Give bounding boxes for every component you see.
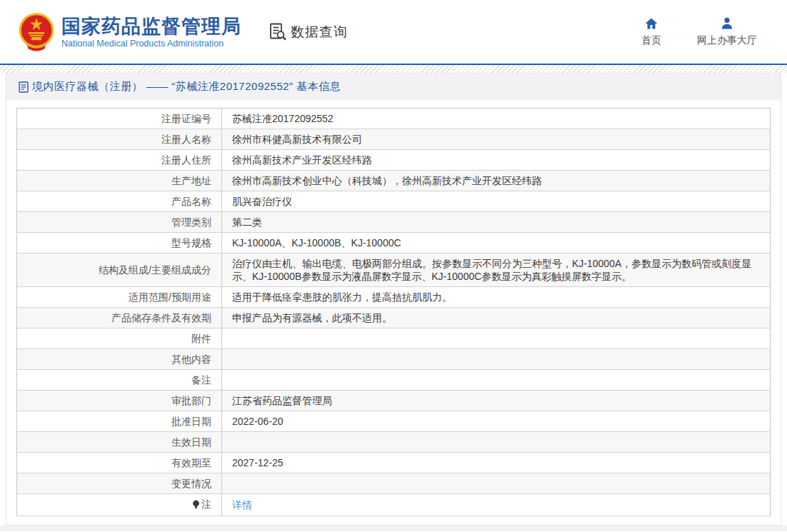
row-label-cell: 注册证编号 — [17, 109, 222, 129]
row-label: 型号规格 — [171, 237, 211, 249]
table-row: 生产地址 徐州市高新技术创业中心（科技城），徐州高新技术产业开发区经纬路 — [17, 171, 771, 191]
table-row: 备注 — [17, 370, 771, 391]
page-bottom-strip — [0, 526, 787, 531]
lightbulb-icon — [192, 499, 200, 512]
document-search-icon — [269, 22, 288, 41]
row-value-cell: 治疗仪由主机、输出电缆、电极两部分组成。按参数显示不同分为三种型号，KJ-100… — [222, 254, 771, 287]
row-value-cell — [222, 473, 771, 494]
row-value: 第二类 — [232, 216, 262, 228]
row-label: 有效期至 — [171, 457, 211, 468]
table-row: 注册证编号 苏械注准20172092552 — [17, 109, 771, 129]
row-value-cell: 适用于降低痉挛患肢的肌张力，提高拮抗肌肌力。 — [222, 287, 771, 308]
row-value-cell: 江苏省药品监督管理局 — [222, 391, 771, 411]
row-value: 2022-06-20 — [232, 416, 284, 427]
site-header: 国家药品监督管理局 National Medical Products Admi… — [0, 0, 787, 64]
site-title: 国家药品监督管理局 — [61, 16, 241, 37]
table-row: 其他内容 — [17, 349, 771, 370]
row-label-cell: 备注 — [17, 370, 222, 391]
row-label: 管理类别 — [171, 216, 211, 228]
row-label-cell: 其他内容 — [17, 349, 222, 370]
row-value: 徐州市科健高新技术有限公司 — [232, 134, 362, 145]
table-row: 管理类别 第二类 — [17, 212, 771, 233]
row-label-cell: 结构及组成/主要组成成分 — [17, 254, 222, 287]
row-label-cell: 有效期至 — [17, 453, 222, 473]
site-logo[interactable]: 国家药品监督管理局 National Medical Products Admi… — [18, 11, 241, 53]
row-label: 批准日期 — [171, 416, 211, 427]
person-icon — [720, 16, 734, 31]
table-row: 产品名称 肌兴奋治疗仪 — [17, 191, 771, 212]
row-label-cell: 适用范围/预期用途 — [17, 287, 222, 308]
table-row: 适用范围/预期用途 适用于降低痉挛患肢的肌张力，提高拮抗肌肌力。 — [17, 287, 771, 308]
table-row: 注 详情 — [17, 494, 771, 516]
row-label: 审批部门 — [171, 395, 211, 406]
table-row: 批准日期 2022-06-20 — [17, 411, 771, 432]
row-label: 注 — [201, 498, 211, 510]
row-value: 徐州高新技术产业开发区经纬路 — [232, 154, 372, 166]
table-row: 附件 — [17, 328, 771, 349]
row-value-cell — [222, 432, 771, 453]
row-label: 结构及组成/主要组成成分 — [99, 264, 211, 276]
row-label-cell: 批准日期 — [17, 411, 222, 432]
data-query-nav[interactable]: 数据查询 — [269, 22, 348, 41]
nav-home[interactable]: 首页 — [631, 16, 671, 47]
info-table-body: 注册证编号 苏械注准20172092552 注册人名称 徐州市科健高新技术有限公… — [17, 109, 771, 516]
row-value-cell: 肌兴奋治疗仪 — [222, 191, 771, 212]
row-value-cell: 2027-12-25 — [222, 453, 771, 473]
row-value-cell: 徐州市科健高新技术有限公司 — [222, 129, 771, 150]
row-label-cell: 注册人名称 — [17, 129, 222, 150]
row-label: 产品储存条件及有效期 — [111, 312, 211, 323]
row-label: 备注 — [191, 374, 211, 386]
table-row: 结构及组成/主要组成成分 治疗仪由主机、输出电缆、电极两部分组成。按参数显示不同… — [17, 254, 771, 287]
row-value: 肌兴奋治疗仪 — [232, 196, 292, 207]
row-label-cell: 附件 — [17, 328, 222, 349]
row-value: KJ-10000A、KJ-10000B、KJ-10000C — [232, 237, 401, 249]
table-row: 变更情况 — [17, 473, 771, 494]
row-value: 苏械注准20172092552 — [232, 113, 334, 124]
row-label-cell: 管理类别 — [17, 212, 222, 233]
row-label-cell: 生效日期 — [17, 432, 222, 453]
detail-link[interactable]: 详情 — [232, 499, 252, 511]
row-value-cell — [222, 370, 771, 391]
row-value-cell: 徐州市高新技术创业中心（科技城），徐州高新技术产业开发区经纬路 — [222, 171, 771, 191]
page-title: 境内医疗器械（注册） —— “苏械注准20172092552” 基本信息 — [32, 80, 341, 94]
row-value: 治疗仪由主机、输出电缆、电极两部分组成。按参数显示不同分为三种型号，KJ-100… — [232, 258, 751, 282]
row-value-cell: 苏械注准20172092552 — [222, 109, 771, 129]
document-icon — [19, 81, 29, 93]
data-query-label: 数据查询 — [291, 23, 348, 41]
page-titlebar: 境内医疗器械（注册） —— “苏械注准20172092552” 基本信息 — [6, 74, 781, 100]
hatch-stripe-band — [0, 65, 787, 73]
table-row: 注册人名称 徐州市科健高新技术有限公司 — [17, 129, 771, 150]
row-value-cell: 详情 — [222, 494, 771, 516]
registration-info-table: 注册证编号 苏械注准20172092552 注册人名称 徐州市科健高新技术有限公… — [16, 108, 771, 516]
row-value-cell: 第二类 — [222, 212, 771, 233]
row-label: 变更情况 — [171, 478, 211, 489]
main-container: 境内医疗器械（注册） —— “苏械注准20172092552” 基本信息 注册证… — [6, 73, 781, 526]
table-row: 注册人住所 徐州高新技术产业开发区经纬路 — [17, 150, 771, 171]
row-value-cell: 徐州高新技术产业开发区经纬路 — [222, 150, 771, 171]
nav-home-label: 首页 — [641, 34, 661, 47]
row-value-cell — [222, 328, 771, 349]
row-value-cell: 申报产品为有源器械，此项不适用。 — [222, 308, 771, 328]
row-label: 注册人名称 — [161, 134, 211, 145]
table-row: 审批部门 江苏省药品监督管理局 — [17, 391, 771, 411]
row-label: 产品名称 — [171, 196, 211, 207]
nav-online-hall-label: 网上办事大厅 — [697, 34, 757, 47]
row-value: 适用于降低痉挛患肢的肌张力，提高拮抗肌肌力。 — [232, 291, 452, 303]
row-label-cell: 变更情况 — [17, 473, 222, 494]
header-nav: 首页 网上办事大厅 — [631, 16, 757, 47]
row-label-cell: 生产地址 — [17, 171, 222, 191]
row-value-cell: 2022-06-20 — [222, 411, 771, 432]
site-subtitle: National Medical Products Administration — [61, 39, 241, 49]
table-row: 型号规格 KJ-10000A、KJ-10000B、KJ-10000C — [17, 233, 771, 254]
row-label: 其他内容 — [171, 353, 211, 365]
nav-online-hall[interactable]: 网上办事大厅 — [697, 16, 757, 47]
row-label-cell: 产品储存条件及有效期 — [17, 308, 222, 328]
table-row: 生效日期 — [17, 432, 771, 453]
row-value: 徐州市高新技术创业中心（科技城），徐州高新技术产业开发区经纬路 — [232, 175, 542, 186]
row-value: 2027-12-25 — [232, 457, 284, 468]
row-label: 生效日期 — [171, 436, 211, 448]
row-label-cell: 型号规格 — [17, 233, 222, 254]
table-row: 产品储存条件及有效期 申报产品为有源器械，此项不适用。 — [17, 308, 771, 328]
row-value: 申报产品为有源器械，此项不适用。 — [232, 312, 392, 323]
row-value: 江苏省药品监督管理局 — [232, 395, 332, 406]
